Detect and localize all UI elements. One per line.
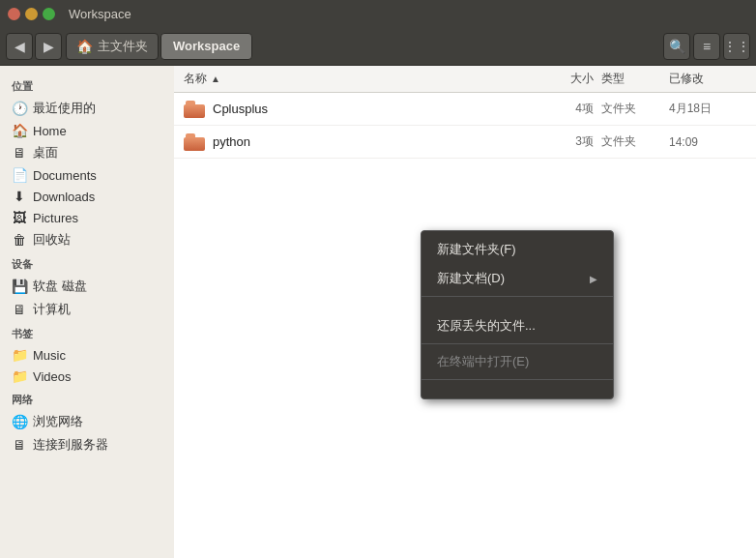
col-size-header[interactable]: 大小 [524, 71, 601, 87]
context-menu-separator-3 [422, 379, 613, 380]
minimize-button[interactable] [25, 8, 38, 20]
home-icon: 🏠 [76, 39, 93, 54]
trash-icon: 🗑 [12, 232, 27, 248]
sidebar-item-home-label: Home [33, 124, 67, 138]
file-name-cell: python [184, 133, 524, 151]
ctx-restore-files[interactable] [422, 300, 613, 311]
sidebar-item-browse-network[interactable]: 🌐 浏览网络 [0, 410, 174, 433]
context-menu-separator-2 [422, 343, 613, 344]
sidebar-item-floppy[interactable]: 💾 软盘 磁盘 [0, 275, 174, 298]
file-area[interactable]: 名称 ▲ 大小 类型 已修改 Cplusplus 4项 文件夹 4月18日 [174, 66, 756, 558]
computer-icon: 🖥 [12, 302, 27, 317]
sidebar-item-videos[interactable]: 📁 Videos [0, 366, 174, 387]
file-name-cell: Cplusplus [184, 101, 524, 118]
sidebar-item-recent[interactable]: 🕐 最近使用的 [0, 97, 174, 120]
toolbar-actions: 🔍 ≡ ⋮⋮ [663, 33, 750, 60]
ctx-properties[interactable] [422, 383, 613, 395]
window-title: Workspace [69, 7, 131, 21]
sidebar-item-pictures-label: Pictures [33, 211, 78, 225]
videos-icon: 📁 [12, 368, 27, 384]
folder-icon [184, 101, 205, 118]
section-label-bookmarks: 书签 [0, 321, 174, 344]
sidebar-item-home[interactable]: 🏠 Home [0, 120, 174, 141]
back-button[interactable]: ◀ [6, 33, 33, 60]
music-icon: 📁 [12, 347, 27, 363]
file-type-cell: 文件夹 [601, 101, 669, 117]
sidebar-item-floppy-label: 软盘 磁盘 [33, 278, 87, 295]
sidebar-item-music[interactable]: 📁 Music [0, 344, 174, 366]
sidebar-item-desktop-label: 桌面 [33, 144, 58, 162]
main-area: 位置 🕐 最近使用的 🏠 Home 🖥 桌面 📄 Documents ⬇ Dow… [0, 66, 756, 558]
menu-button[interactable]: ⋮⋮ [723, 33, 750, 60]
column-headers: 名称 ▲ 大小 类型 已修改 [174, 66, 756, 93]
col-type-header[interactable]: 类型 [601, 71, 669, 87]
sidebar-item-desktop[interactable]: 🖥 桌面 [0, 141, 174, 164]
section-label-network: 网络 [0, 387, 174, 410]
ctx-paste[interactable]: 在终端中打开(E) [422, 347, 613, 376]
col-modified-header[interactable]: 已修改 [669, 71, 746, 87]
file-modified-cell: 4月18日 [669, 101, 746, 117]
context-menu-separator [422, 296, 613, 297]
floppy-icon: 💾 [12, 279, 27, 294]
folder-icon [184, 133, 205, 151]
pictures-icon: 🖼 [12, 210, 27, 225]
titlebar: Workspace [0, 0, 756, 27]
sidebar-item-browse-network-label: 浏览网络 [33, 413, 83, 430]
ctx-open-terminal[interactable]: 还原丢失的文件... [422, 311, 613, 340]
network-icon: 🌐 [12, 414, 27, 429]
home-breadcrumb[interactable]: 🏠 主文件夹 [66, 33, 159, 60]
table-row[interactable]: Cplusplus 4项 文件夹 4月18日 [174, 93, 756, 126]
ctx-new-folder-label: 新建文件夹(F) [437, 241, 516, 258]
desktop-icon: 🖥 [12, 145, 27, 161]
sidebar-item-videos-label: Videos [33, 369, 72, 384]
ctx-open-terminal-label: 还原丢失的文件... [437, 317, 536, 335]
file-name-label: Cplusplus [213, 102, 268, 116]
documents-icon: 📄 [12, 167, 27, 183]
home-label: 主文件夹 [98, 38, 148, 55]
file-modified-cell: 14:09 [669, 135, 746, 149]
sidebar-item-trash-label: 回收站 [33, 231, 71, 249]
section-label-location: 位置 [0, 73, 174, 97]
sort-arrow: ▲ [211, 73, 220, 84]
sidebar-item-connect-server[interactable]: 🖥 连接到服务器 [0, 433, 174, 456]
current-path-label: Workspace [160, 33, 252, 60]
toolbar: ◀ ▶ 🏠 主文件夹 Workspace 🔍 ≡ ⋮⋮ [0, 27, 756, 66]
section-label-devices: 设备 [0, 251, 174, 275]
server-icon: 🖥 [12, 437, 27, 453]
home-folder-icon: 🏠 [12, 123, 27, 138]
sidebar-item-downloads[interactable]: ⬇ Downloads [0, 186, 174, 207]
sidebar-item-documents-label: Documents [33, 168, 97, 183]
sidebar-item-music-label: Music [33, 348, 66, 363]
search-button[interactable]: 🔍 [663, 33, 690, 60]
table-row[interactable]: python 3项 文件夹 14:09 [174, 126, 756, 159]
file-name-label: python [213, 134, 250, 149]
close-button[interactable] [8, 8, 20, 20]
context-menu: 新建文件夹(F) 新建文档(D) ▶ 还原丢失的文件... 在终端中打开(E) [421, 230, 614, 399]
view-button[interactable]: ≡ [693, 33, 720, 60]
ctx-new-doc-label: 新建文档(D) [437, 270, 505, 287]
sidebar-item-documents[interactable]: 📄 Documents [0, 164, 174, 186]
window-controls [8, 8, 55, 20]
sidebar-item-connect-server-label: 连接到服务器 [33, 436, 108, 454]
sidebar-item-computer[interactable]: 🖥 计算机 [0, 298, 174, 321]
nav-buttons: ◀ ▶ [6, 33, 62, 60]
downloads-icon: ⬇ [12, 189, 27, 204]
sidebar-item-computer-label: 计算机 [33, 301, 71, 318]
sidebar-item-pictures[interactable]: 🖼 Pictures [0, 207, 174, 228]
sidebar: 位置 🕐 最近使用的 🏠 Home 🖥 桌面 📄 Documents ⬇ Dow… [0, 66, 174, 558]
recent-icon: 🕐 [12, 101, 27, 116]
ctx-new-doc[interactable]: 新建文档(D) ▶ [422, 264, 613, 293]
sidebar-item-recent-label: 最近使用的 [33, 100, 96, 117]
ctx-paste-label: 在终端中打开(E) [437, 353, 529, 370]
file-size-cell: 3项 [524, 133, 601, 150]
ctx-new-folder[interactable]: 新建文件夹(F) [422, 235, 613, 264]
breadcrumb: 🏠 主文件夹 Workspace [66, 33, 659, 60]
maximize-button[interactable] [43, 8, 55, 20]
sidebar-item-downloads-label: Downloads [33, 190, 95, 204]
sidebar-item-trash[interactable]: 🗑 回收站 [0, 228, 174, 251]
forward-button[interactable]: ▶ [35, 33, 62, 60]
col-name-header[interactable]: 名称 ▲ [184, 71, 524, 87]
submenu-arrow-icon: ▶ [590, 274, 597, 284]
col-name-label: 名称 [184, 71, 207, 87]
file-type-cell: 文件夹 [601, 133, 669, 150]
